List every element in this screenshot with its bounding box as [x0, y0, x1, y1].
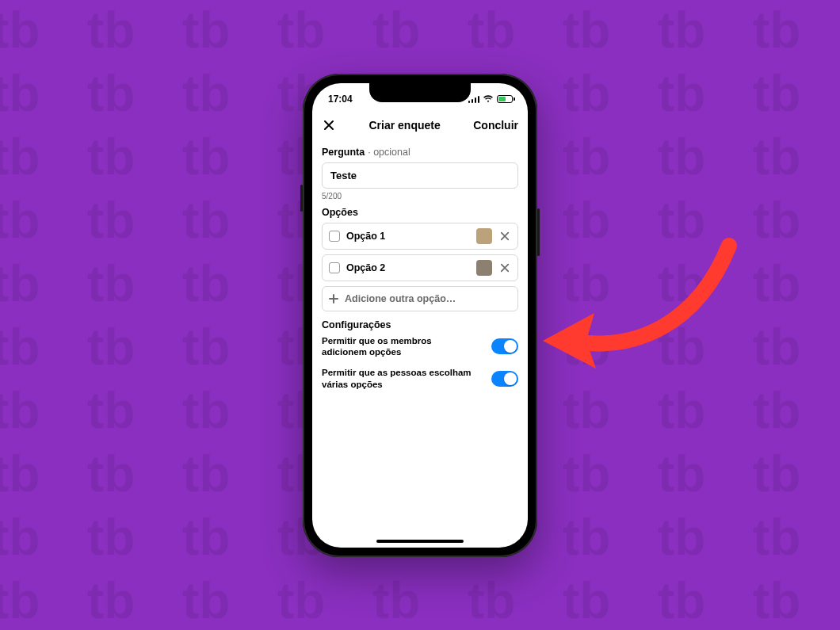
remove-option-button[interactable]	[498, 262, 511, 274]
setting-label: Permitir que os membros adicionem opções	[322, 335, 472, 358]
option-image-thumb[interactable]	[476, 260, 492, 276]
setting-row-members-add: Permitir que os membros adicionem opções	[322, 330, 518, 363]
close-button[interactable]	[322, 118, 336, 132]
phone-mockup: 17:04 Cr	[303, 74, 537, 557]
question-label: Pergunta · opcional	[322, 147, 518, 158]
option-row[interactable]: Opção 1	[322, 223, 518, 250]
home-indicator[interactable]	[376, 540, 464, 543]
option-label: Opção 2	[346, 262, 470, 273]
setting-label: Permitir que as pessoas escolham várias …	[322, 367, 472, 390]
page-title: Criar enquete	[368, 119, 440, 132]
status-time: 17:04	[328, 94, 353, 105]
option-label: Opção 1	[346, 231, 470, 242]
status-right	[468, 95, 516, 103]
plus-icon	[329, 294, 338, 304]
option-image-thumb[interactable]	[476, 228, 492, 244]
signal-icon	[468, 95, 480, 103]
setting-row-multiple-choice: Permitir que as pessoas escolham várias …	[322, 362, 518, 395]
close-icon	[500, 263, 510, 273]
checkbox-icon[interactable]	[329, 262, 340, 273]
phone-screen: 17:04 Cr	[312, 83, 528, 548]
wifi-icon	[483, 95, 494, 103]
toggle-switch[interactable]	[491, 338, 518, 354]
option-row[interactable]: Opção 2	[322, 254, 518, 281]
battery-icon	[497, 95, 515, 103]
options-list: Opção 1 Opção 2	[322, 223, 518, 311]
phone-notch	[369, 83, 471, 102]
add-option-button[interactable]: Adicione outra opção…	[322, 286, 518, 311]
app-content: Criar enquete Concluir Pergunta · opcion…	[312, 110, 528, 548]
question-counter: 5/200	[322, 192, 518, 200]
remove-option-button[interactable]	[498, 230, 511, 242]
options-heading: Opções	[322, 207, 518, 218]
question-label-text: Pergunta	[322, 147, 365, 158]
question-optional-hint: · opcional	[368, 147, 410, 158]
question-input[interactable]: Teste	[322, 162, 518, 189]
app-header: Criar enquete Concluir	[322, 112, 518, 139]
close-icon	[500, 231, 510, 241]
add-option-label: Adicione outra opção…	[345, 293, 456, 304]
toggle-switch[interactable]	[491, 371, 518, 387]
done-button[interactable]: Concluir	[473, 119, 518, 132]
checkbox-icon[interactable]	[329, 231, 340, 242]
settings-heading: Configurações	[322, 319, 518, 330]
settings-section: Configurações Permitir que os membros ad…	[322, 319, 518, 395]
close-icon	[323, 119, 335, 132]
